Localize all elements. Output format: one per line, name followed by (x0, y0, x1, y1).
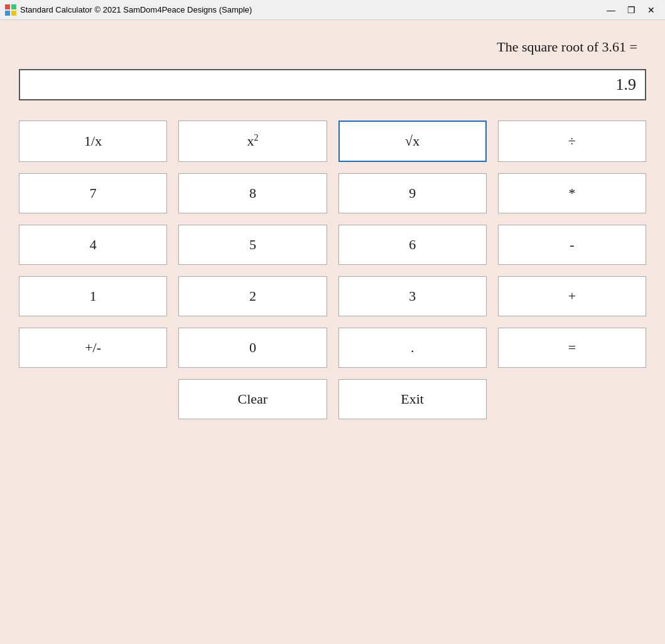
maximize-button[interactable]: ❐ (622, 3, 640, 17)
btn-7[interactable]: 7 (19, 173, 167, 213)
btn-empty-2 (498, 379, 646, 419)
btn-exit[interactable]: Exit (338, 379, 487, 419)
btn-3[interactable]: 3 (338, 276, 487, 316)
svg-rect-1 (11, 4, 16, 9)
btn-divide[interactable]: ÷ (498, 121, 646, 162)
window-title: Standard Calculator © 2021 SamDom4Peace … (20, 5, 252, 14)
svg-rect-3 (11, 11, 16, 16)
title-bar-controls: — ❐ ✕ (602, 3, 660, 17)
btn-0[interactable]: 0 (178, 328, 327, 368)
btn-multiply[interactable]: * (498, 173, 646, 213)
button-row-2: 7 8 9 * (19, 173, 646, 213)
btn-6[interactable]: 6 (338, 225, 487, 265)
display-label: The square root of 3.61 = (19, 33, 646, 62)
button-row-1: 1/x x2 √x ÷ (19, 121, 646, 162)
svg-rect-0 (5, 4, 10, 9)
btn-add[interactable]: + (498, 276, 646, 316)
buttons-area: 1/x x2 √x ÷ 7 8 9 * 4 5 6 - 1 2 3 + +/- (19, 121, 646, 419)
button-row-6: Clear Exit (19, 379, 646, 419)
btn-reciprocal[interactable]: 1/x (19, 121, 167, 162)
btn-9[interactable]: 9 (338, 173, 487, 213)
btn-subtract[interactable]: - (498, 225, 646, 265)
btn-empty-1 (19, 379, 167, 419)
btn-8[interactable]: 8 (178, 173, 327, 213)
app-body: The square root of 3.61 = 1.9 1/x x2 √x … (0, 20, 665, 644)
btn-clear[interactable]: Clear (178, 379, 327, 419)
button-row-4: 1 2 3 + (19, 276, 646, 316)
btn-4[interactable]: 4 (19, 225, 167, 265)
btn-sqrt[interactable]: √x (338, 121, 487, 162)
button-row-3: 4 5 6 - (19, 225, 646, 265)
btn-square[interactable]: x2 (178, 121, 327, 162)
title-bar: Standard Calculator © 2021 SamDom4Peace … (0, 0, 665, 20)
app-icon (5, 4, 16, 16)
close-button[interactable]: ✕ (642, 3, 660, 17)
btn-5[interactable]: 5 (178, 225, 327, 265)
button-row-5: +/- 0 . = (19, 328, 646, 368)
btn-equals[interactable]: = (498, 328, 646, 368)
btn-2[interactable]: 2 (178, 276, 327, 316)
minimize-button[interactable]: — (602, 3, 620, 17)
btn-decimal[interactable]: . (338, 328, 487, 368)
btn-negate[interactable]: +/- (19, 328, 167, 368)
title-bar-left: Standard Calculator © 2021 SamDom4Peace … (5, 4, 252, 16)
svg-rect-2 (5, 11, 10, 16)
btn-1[interactable]: 1 (19, 276, 167, 316)
display-value: 1.9 (19, 69, 646, 100)
